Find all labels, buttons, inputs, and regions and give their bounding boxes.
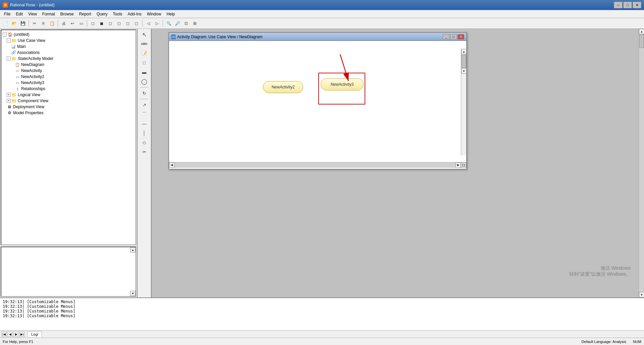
tree-root[interactable]: - 🏠 (untitled) bbox=[3, 31, 134, 38]
diagram-scroll-left[interactable]: ◀ bbox=[169, 162, 174, 168]
toolbar-cut[interactable]: ✂ bbox=[31, 19, 39, 27]
toolbar-nav-fwd[interactable]: ▷ bbox=[153, 19, 161, 27]
tool-minus[interactable]: — bbox=[140, 119, 149, 128]
right-scroll-thumb[interactable] bbox=[639, 34, 644, 48]
diagram-h-track[interactable] bbox=[174, 162, 455, 168]
activity-node-3[interactable]: NewActivity3 bbox=[321, 78, 364, 90]
tool-rotate[interactable]: ↻ bbox=[140, 89, 149, 97]
log-nav[interactable]: |◀ ◀ ▶ ▶| bbox=[1, 332, 25, 337]
toolbar-save[interactable]: 💾 bbox=[19, 19, 27, 27]
tool-rounded-rect[interactable]: ▬ bbox=[140, 68, 149, 76]
toolbar-b1[interactable]: ◻ bbox=[89, 19, 97, 27]
menu-addins[interactable]: Add-Ins bbox=[125, 11, 144, 17]
diagram-scroll-track[interactable] bbox=[461, 55, 466, 68]
tree-component-view[interactable]: + 📁 Component View bbox=[3, 98, 134, 104]
toolbar-b4[interactable]: ◻ bbox=[115, 19, 123, 27]
tree-deployment-view[interactable]: 🖥 Deployment View bbox=[3, 104, 134, 110]
minimize-button[interactable]: ─ bbox=[614, 2, 623, 8]
toolbar: 📄 📂 💾 ✂ ⎘ 📋 🖨 ↩ ▭ ◻ ◼ ◻ ◻ ◻ ◻ ◁ ▷ 🔍 🔎 ⊡ … bbox=[0, 18, 644, 29]
tool-note[interactable]: 📝 bbox=[140, 49, 149, 58]
diagram-scrollbar-h[interactable]: ◀ ▶ ⊡ bbox=[169, 162, 466, 167]
log-tab[interactable]: Log/ bbox=[28, 331, 42, 337]
toolbar-b2[interactable]: ◼ bbox=[98, 19, 106, 27]
diagram-canvas[interactable]: NewActivity2 NewActivity3 bbox=[169, 41, 466, 162]
tree-new-activity[interactable]: ▭ NewActivity bbox=[3, 68, 134, 74]
log-nav-last[interactable]: ▶| bbox=[19, 332, 25, 337]
tool-box[interactable]: □ bbox=[140, 58, 149, 67]
tool-curve[interactable]: ⌒ bbox=[140, 110, 149, 119]
tree-new-activity3[interactable]: ▭ NewActivity3 bbox=[3, 80, 134, 86]
toolbar-b5[interactable]: ◻ bbox=[124, 19, 132, 27]
menu-help[interactable]: Help bbox=[164, 11, 178, 17]
toolbar-rect[interactable]: ▭ bbox=[77, 19, 85, 27]
diagram-scroll-down[interactable]: ▼ bbox=[461, 68, 466, 74]
tree-relationships[interactable]: ↕ Relationships bbox=[3, 86, 134, 92]
toolbar-fit[interactable]: ⊡ bbox=[182, 19, 190, 27]
tree-lv-toggle[interactable]: + bbox=[7, 93, 11, 97]
log-nav-first[interactable]: |◀ bbox=[1, 332, 7, 337]
activity-node-2[interactable]: NewActivity2 bbox=[263, 81, 303, 93]
right-scrollbar[interactable]: ▲ ▼ bbox=[639, 29, 644, 297]
tree-new-activity2[interactable]: ▭ NewActivity2 bbox=[3, 74, 134, 80]
diagram-minimize-btn[interactable]: _ bbox=[443, 34, 449, 40]
diagram-close-btn[interactable]: ✕ bbox=[458, 34, 464, 40]
toolbar-zoom-out[interactable]: 🔎 bbox=[173, 19, 181, 27]
tool-scissors[interactable]: ✂ bbox=[140, 147, 149, 156]
tree-model-properties[interactable]: ⚙ Model Properties bbox=[3, 110, 134, 116]
menu-browse[interactable]: Browse bbox=[58, 11, 76, 17]
diagram-window-controls[interactable]: _ □ ✕ bbox=[443, 34, 464, 40]
menu-tools[interactable]: Tools bbox=[110, 11, 125, 17]
right-scroll-down[interactable]: ▼ bbox=[639, 292, 644, 297]
activity-node-3-container[interactable]: NewActivity3 bbox=[318, 73, 365, 105]
menu-query[interactable]: Query bbox=[94, 11, 110, 17]
right-scroll-up[interactable]: ▲ bbox=[639, 29, 644, 34]
tree-new-diagram[interactable]: 📋 NewDiagram bbox=[3, 62, 134, 68]
log-nav-prev[interactable]: ◀ bbox=[7, 332, 13, 337]
toolbar-undo[interactable]: ↩ bbox=[68, 19, 76, 27]
tree-cv-toggle[interactable]: + bbox=[7, 99, 11, 103]
tree-associations[interactable]: 🔗 Associations bbox=[3, 50, 134, 56]
tree-view[interactable]: - 🏠 (untitled) - 📁 Use Case View 📊 Main … bbox=[1, 29, 136, 245]
toolbar-nav-back[interactable]: ◁ bbox=[144, 19, 152, 27]
tree-ucv-toggle[interactable]: - bbox=[7, 39, 11, 43]
close-button[interactable]: ✕ bbox=[633, 2, 641, 8]
toolbar-print[interactable]: 🖨 bbox=[60, 19, 68, 27]
log-nav-next[interactable]: ▶ bbox=[13, 332, 19, 337]
menu-edit[interactable]: Edit bbox=[13, 11, 25, 17]
tool-line[interactable]: ↗ bbox=[140, 100, 149, 109]
diagram-maximize-btn[interactable]: □ bbox=[450, 34, 457, 40]
menu-report[interactable]: Report bbox=[76, 11, 94, 17]
tool-select[interactable]: ↖ bbox=[140, 30, 149, 39]
tree-main[interactable]: 📊 Main bbox=[3, 44, 134, 50]
tool-text[interactable]: ABC bbox=[140, 40, 149, 48]
toolbar-b3[interactable]: ◻ bbox=[106, 19, 114, 27]
tool-vertical[interactable]: │ bbox=[140, 129, 149, 137]
toolbar-b6[interactable]: ◻ bbox=[132, 19, 141, 27]
toolbar-paste[interactable]: 📋 bbox=[48, 19, 56, 27]
toolbar-zoom-in[interactable]: 🔍 bbox=[165, 19, 173, 27]
diagram-scroll-right[interactable]: ▶ bbox=[455, 162, 461, 168]
menu-file[interactable]: File bbox=[1, 11, 13, 17]
diagram-scrollbar-v[interactable]: ▲ ▼ bbox=[461, 49, 466, 155]
diagram-scroll-up[interactable]: ▲ bbox=[461, 49, 466, 54]
preview-scroll-down[interactable]: ▼ bbox=[130, 291, 136, 296]
menu-view[interactable]: View bbox=[25, 11, 40, 17]
maximize-button[interactable]: □ bbox=[623, 2, 632, 8]
tree-state-activity[interactable]: - 📁 State/Activity Model bbox=[3, 56, 134, 62]
toolbar-new[interactable]: 📄 bbox=[1, 19, 9, 27]
menu-format[interactable]: Format bbox=[40, 11, 58, 17]
title-controls[interactable]: ─ □ ✕ bbox=[614, 2, 641, 8]
tree-root-toggle[interactable]: - bbox=[3, 32, 7, 37]
tree-logical-view[interactable]: + 📁 Logical View bbox=[3, 92, 134, 98]
menu-window[interactable]: Window bbox=[144, 11, 164, 17]
toolbar-open[interactable]: 📂 bbox=[10, 19, 18, 27]
diagram-scroll-thumb[interactable] bbox=[462, 55, 466, 68]
right-scroll-track[interactable] bbox=[639, 34, 644, 292]
tree-use-case-view[interactable]: - 📁 Use Case View bbox=[3, 38, 134, 44]
tool-ellipse[interactable]: ◯ bbox=[140, 77, 149, 86]
preview-scroll-up[interactable]: ▲ bbox=[130, 247, 136, 253]
toolbar-copy[interactable]: ⎘ bbox=[39, 19, 47, 27]
toolbar-grid[interactable]: ⊞ bbox=[191, 19, 199, 27]
tree-sa-toggle[interactable]: - bbox=[7, 57, 11, 61]
tool-diamond[interactable]: ◇ bbox=[140, 138, 149, 147]
